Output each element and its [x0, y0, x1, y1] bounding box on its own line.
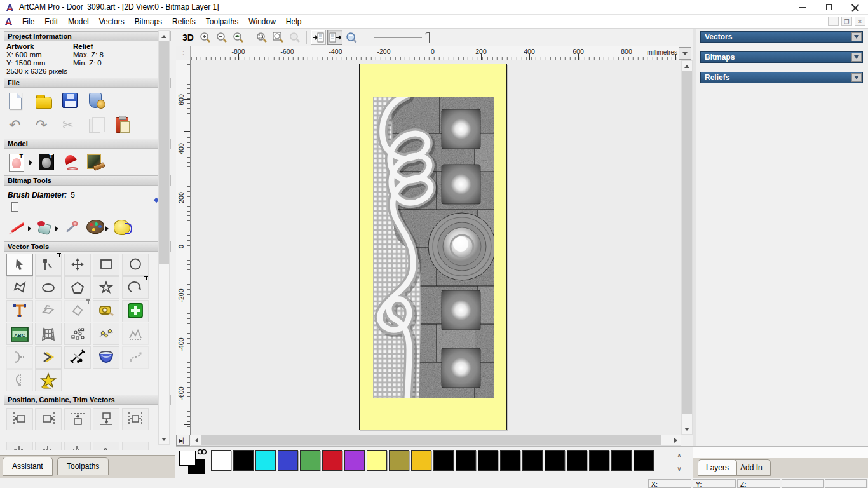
palette-swatch[interactable]	[478, 450, 498, 471]
copy-icon[interactable]	[89, 117, 107, 135]
open-file-icon[interactable]	[36, 93, 53, 111]
flyout-arrow-icon[interactable]	[55, 226, 58, 231]
palette-swatch[interactable]	[411, 450, 431, 471]
zoom-fit-icon[interactable]	[271, 30, 286, 45]
mdi-close-button[interactable]: ×	[855, 17, 865, 26]
palette-swatch[interactable]	[322, 450, 342, 471]
fit-spline-tool[interactable]	[122, 323, 149, 345]
undo-icon[interactable]: ↶	[9, 117, 27, 135]
center-in-page-2-tool[interactable]	[35, 442, 62, 451]
cut-icon[interactable]: ✂	[62, 117, 80, 135]
offset-vectors-tool[interactable]	[35, 346, 62, 369]
fit-points-tool[interactable]	[93, 323, 119, 345]
scrollbar-thumb[interactable]	[201, 435, 661, 445]
zoom-out-icon[interactable]	[214, 30, 229, 45]
vector-doctor-tool[interactable]	[64, 300, 91, 322]
scrollbar-thumb[interactable]	[159, 41, 169, 264]
save-icon[interactable]	[62, 93, 80, 111]
expand-button[interactable]	[851, 73, 862, 82]
tab-assistant[interactable]: Assistant	[3, 457, 53, 476]
palette-swatch[interactable]	[255, 450, 276, 471]
scroll-right-button[interactable]	[670, 435, 681, 445]
create-text-tool[interactable]	[6, 300, 33, 322]
paste-along-curve-tool[interactable]	[64, 442, 91, 451]
link-colours-icon[interactable]	[197, 448, 207, 456]
align-bottom-tool[interactable]	[93, 408, 119, 430]
tab-toolpaths[interactable]: Toolpaths	[57, 458, 109, 475]
canvas-horizontal-scrollbar[interactable]	[191, 435, 681, 446]
zoom-objects-icon[interactable]	[287, 30, 302, 45]
palette-swatch[interactable]	[389, 450, 409, 471]
align-left-tool[interactable]	[6, 408, 33, 430]
palette-swatch[interactable]	[300, 450, 320, 471]
palette-swatch[interactable]	[589, 450, 609, 471]
palette-swatch[interactable]	[500, 450, 520, 471]
flood-fill-icon[interactable]	[36, 220, 54, 238]
palette-swatch[interactable]	[367, 450, 387, 471]
mdi-restore-button[interactable]: ❐	[841, 17, 852, 26]
create-circle-tool[interactable]	[122, 254, 149, 276]
assistant-scrollbar[interactable]	[158, 30, 170, 445]
new-model-icon[interactable]	[9, 93, 27, 111]
trim-vectors-tool[interactable]	[64, 346, 91, 369]
slider-thumb[interactable]	[11, 202, 18, 212]
palette-icon[interactable]	[86, 220, 104, 238]
fit-arcs-tool[interactable]	[6, 346, 33, 369]
create-arc-tool[interactable]	[122, 276, 149, 299]
palette-swatch[interactable]	[278, 450, 298, 471]
zoom-box-icon[interactable]	[254, 30, 269, 45]
menu-edit[interactable]: Edit	[39, 15, 63, 28]
palette-swatch[interactable]	[211, 450, 231, 471]
scroll-left-button[interactable]	[191, 435, 201, 445]
center-horizontal-tool[interactable]	[122, 408, 149, 430]
measure-tool[interactable]	[93, 300, 119, 322]
pour-relief-tool[interactable]	[35, 300, 62, 322]
paint-icon[interactable]	[9, 220, 27, 238]
palette-scroll-down-button[interactable]: ∨	[674, 463, 685, 474]
lighting-icon[interactable]	[63, 154, 81, 172]
envelope-distort-tool[interactable]	[35, 323, 62, 345]
2d-view-canvas[interactable]	[191, 60, 681, 435]
star-wizard-tool[interactable]	[35, 369, 62, 391]
3d-view-button[interactable]: 3D	[180, 30, 196, 45]
preview-relief-icon[interactable]	[344, 30, 359, 45]
palette-swatch[interactable]	[233, 450, 254, 471]
menu-reliefs[interactable]: Reliefs	[167, 15, 201, 28]
scrollbar-thumb[interactable]	[682, 71, 692, 414]
scroll-up-button[interactable]	[159, 31, 169, 41]
scatter-copies-tool[interactable]	[93, 442, 119, 451]
scroll-up-button[interactable]	[682, 61, 692, 71]
next-bitmap-layer-button[interactable]	[327, 30, 342, 45]
flyout-arrow-icon[interactable]	[105, 226, 109, 231]
colour-picker-icon[interactable]	[64, 220, 81, 238]
bitmaps-panel-header[interactable]: Bitmaps	[700, 51, 863, 63]
flyout-arrow-icon[interactable]	[29, 160, 32, 165]
invert-model-icon[interactable]	[39, 154, 57, 172]
expand-button[interactable]	[851, 32, 862, 41]
create-polygon-tool[interactable]	[64, 276, 91, 299]
palette-swatch[interactable]	[344, 450, 365, 471]
expand-button[interactable]	[851, 53, 862, 62]
previous-bitmap-layer-button[interactable]	[311, 30, 326, 45]
menu-vectors[interactable]: Vectors	[94, 15, 130, 28]
menu-model[interactable]: Model	[63, 15, 94, 28]
close-button[interactable]	[843, 0, 868, 14]
tab-layers[interactable]: Layers	[698, 459, 737, 476]
palette-swatch[interactable]	[456, 450, 476, 471]
primary-colour-chip[interactable]	[179, 451, 196, 466]
create-ellipse-tool[interactable]	[35, 276, 62, 299]
zoom-previous-icon[interactable]	[231, 30, 246, 45]
minimize-button[interactable]	[789, 0, 815, 14]
palette-scroll-up-button[interactable]: ∧	[674, 450, 685, 461]
palette-swatch[interactable]	[611, 450, 632, 471]
node-editing-tool[interactable]	[35, 254, 62, 276]
center-in-page-tool[interactable]	[6, 442, 33, 451]
block-nesting-tool[interactable]	[64, 323, 91, 345]
mirror-profile-tool[interactable]	[6, 369, 33, 391]
restore-button[interactable]	[816, 0, 841, 14]
export-model-icon[interactable]	[89, 93, 107, 111]
scroll-down-button[interactable]	[682, 424, 692, 434]
create-star-tool[interactable]	[93, 276, 119, 299]
paste-icon[interactable]	[116, 117, 133, 135]
align-top-tool[interactable]	[64, 408, 91, 430]
